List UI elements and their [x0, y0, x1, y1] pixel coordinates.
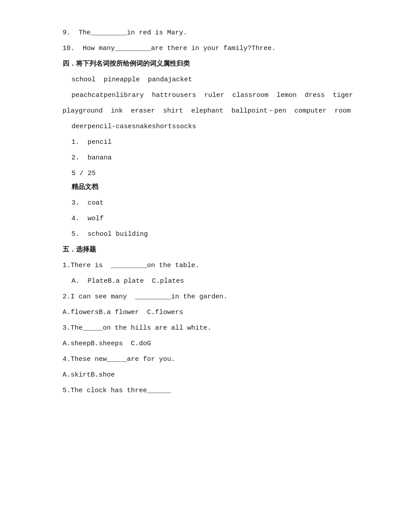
question-10: 10. How many_________are there in your f… — [63, 42, 366, 54]
item-2: 2. banana — [63, 152, 366, 164]
mc2-answer: A.flowersB.a flower C.flowers — [63, 306, 366, 318]
mc1-question: 1.There is _________on the table. — [63, 260, 366, 272]
words-line-1: school pineapple pandajacket — [63, 74, 366, 86]
mc4-question: 4.These new_____are for you. — [63, 353, 366, 365]
item-1: 1. pencil — [63, 136, 366, 148]
item-3: 3. coat — [63, 197, 366, 209]
main-content: 9. The_________in red is Mary. 10. How m… — [63, 27, 366, 397]
mc3-answer: A.sheepB.sheeps C.doG — [63, 338, 366, 350]
question-9: 9. The_________in red is Mary. — [63, 27, 366, 39]
item-5: 5. school building — [63, 228, 366, 240]
mc1-answer: A. PlateB.a plate C.plates — [63, 275, 366, 287]
item-4: 4. wolf — [63, 213, 366, 225]
section-4-title: 四．将下列名词按所给例词的词义属性归类 — [63, 58, 366, 70]
page-number: 5 / 25 — [63, 168, 366, 180]
mc2-question: 2.I can see many _________in the garden. — [63, 291, 366, 303]
section-5-title: 五．选择题 — [63, 244, 366, 256]
mc3-question: 3.The_____on the hills are all white. — [63, 322, 366, 334]
words-line-4: deerpencil-casesnakeshortssocks — [63, 121, 366, 133]
words-line-2: peachcatpenlibrary hattrousers ruler cla… — [63, 89, 366, 101]
watermark-label: 精品文档 — [63, 181, 366, 193]
words-line-3: playground ink eraser shirt elephant bal… — [63, 105, 366, 117]
mc4-answer: A.skirtB.shoe — [63, 369, 366, 381]
mc5-question: 5.The clock has three______ — [63, 385, 366, 397]
